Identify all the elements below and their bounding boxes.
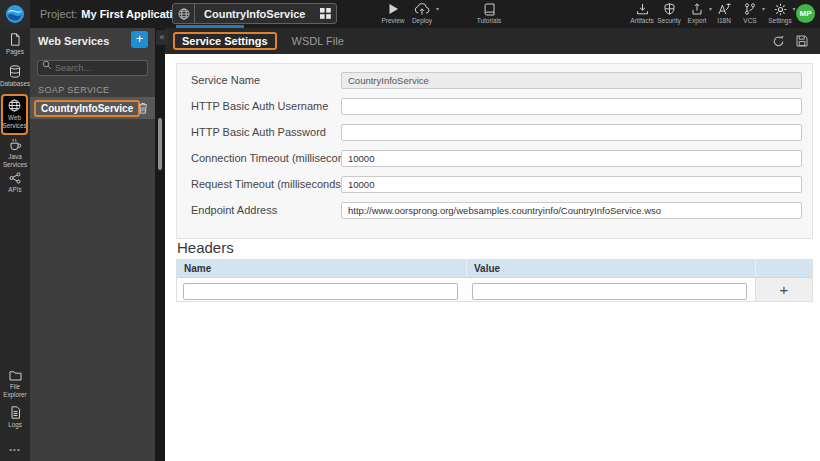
column-header-name: Name bbox=[177, 259, 466, 277]
header-add-cell: + bbox=[755, 278, 812, 301]
save-icon[interactable] bbox=[796, 35, 808, 47]
pages-icon bbox=[9, 33, 21, 46]
add-service-button[interactable]: + bbox=[131, 31, 148, 48]
cloud-upload-icon: ▾ bbox=[414, 2, 430, 16]
panel-divider bbox=[155, 28, 165, 461]
header-value-cell bbox=[466, 278, 755, 301]
wavemaker-logo-icon bbox=[5, 4, 25, 24]
app-window: Project:My First Application › CountryIn… bbox=[0, 0, 820, 461]
tutorials-button[interactable]: Tutorials bbox=[472, 2, 506, 24]
export-arrow-icon: ▾ bbox=[691, 2, 703, 16]
book-icon bbox=[484, 2, 495, 16]
auth-password-field[interactable] bbox=[341, 124, 802, 141]
headers-table: Name Value + bbox=[176, 259, 813, 302]
gear-icon: ▾ bbox=[774, 2, 787, 16]
play-icon bbox=[388, 2, 399, 16]
field-label: Service Name bbox=[191, 72, 260, 89]
grid-icon[interactable] bbox=[314, 4, 336, 23]
refresh-icon[interactable] bbox=[772, 35, 785, 48]
field-label: Connection Timeout (milliseconds) bbox=[191, 150, 359, 167]
column-header-value: Value bbox=[466, 259, 755, 277]
more-menu-icon[interactable]: ••• bbox=[0, 445, 30, 454]
translate-icon bbox=[718, 2, 731, 16]
tabbar-actions bbox=[772, 28, 808, 54]
header-value-input[interactable] bbox=[472, 283, 747, 300]
security-button[interactable]: Security bbox=[653, 2, 685, 24]
main-content: Service Settings WSDL File Service Name … bbox=[165, 28, 820, 461]
service-list-item[interactable]: CountryInfoService bbox=[30, 97, 155, 119]
connection-timeout-field[interactable] bbox=[341, 150, 802, 167]
service-tab[interactable]: CountryInfoService bbox=[172, 3, 337, 24]
export-button[interactable]: ▾ I18N Export bbox=[682, 2, 712, 24]
project-breadcrumb: Project:My First Application bbox=[40, 0, 186, 28]
search-icon bbox=[42, 60, 52, 70]
service-settings-form: Service Name HTTP Basic Auth Username HT… bbox=[176, 63, 813, 239]
sidebar-item-logs[interactable]: Logs bbox=[0, 406, 30, 429]
sidebar-item-file-explorer[interactable]: File Explorer bbox=[0, 370, 30, 399]
tab-wsdl-file[interactable]: WSDL File bbox=[292, 35, 344, 47]
sidebar-item-databases[interactable]: Databases bbox=[0, 65, 30, 88]
shield-icon bbox=[664, 2, 675, 16]
top-bar: Project:My First Application › CountryIn… bbox=[0, 0, 820, 28]
folder-icon bbox=[9, 370, 22, 381]
web-services-panel: Web Services + SOAP SERVICE CountryInfoS… bbox=[30, 28, 155, 461]
soap-service-section-label: SOAP SERVICE bbox=[38, 85, 110, 95]
database-icon bbox=[9, 65, 21, 78]
app-logo[interactable] bbox=[0, 0, 30, 28]
add-header-button[interactable]: + bbox=[780, 282, 789, 297]
delete-service-icon[interactable] bbox=[138, 102, 148, 114]
loading-progress-bar bbox=[176, 25, 244, 28]
form-row-request-timeout: Request Timeout (milliseconds) bbox=[177, 176, 812, 193]
column-header-actions bbox=[755, 259, 812, 277]
chevron-down-icon: ▾ bbox=[436, 6, 439, 12]
form-row-auth-password: HTTP Basic Auth Password bbox=[177, 124, 812, 141]
request-timeout-field[interactable] bbox=[341, 176, 802, 193]
field-label: Request Timeout (milliseconds) bbox=[191, 176, 344, 193]
header-name-input[interactable] bbox=[183, 283, 458, 300]
form-row-connection-timeout: Connection Timeout (milliseconds) bbox=[177, 150, 812, 167]
service-tabbar: Service Settings WSDL File bbox=[165, 28, 820, 54]
field-label: Endpoint Address bbox=[191, 202, 277, 219]
field-label: HTTP Basic Auth Username bbox=[191, 98, 328, 115]
auth-username-field[interactable] bbox=[341, 98, 802, 115]
vcs-button[interactable]: ▾ VCS bbox=[737, 2, 763, 24]
headers-table-header: Name Value bbox=[177, 259, 812, 278]
form-row-endpoint-address: Endpoint Address bbox=[177, 202, 812, 219]
sidebar-item-java-services[interactable]: Java Services bbox=[0, 138, 30, 169]
form-row-service-name: Service Name bbox=[177, 72, 812, 89]
headers-table-row: + bbox=[177, 278, 812, 301]
sidebar-item-apis[interactable]: APIs bbox=[0, 172, 30, 194]
endpoint-address-field[interactable] bbox=[341, 202, 802, 219]
branch-icon: ▾ bbox=[744, 2, 756, 16]
api-nodes-icon bbox=[9, 172, 21, 184]
tab-service-settings[interactable]: Service Settings bbox=[173, 32, 277, 50]
service-search bbox=[37, 57, 148, 73]
header-name-cell bbox=[177, 278, 466, 301]
project-name: My First Application bbox=[81, 8, 186, 20]
headers-section-title: Headers bbox=[177, 239, 234, 256]
sidebar-item-pages[interactable]: Pages bbox=[0, 33, 30, 56]
coffee-cup-icon bbox=[9, 138, 22, 151]
form-row-auth-username: HTTP Basic Auth Username bbox=[177, 98, 812, 115]
settings-button[interactable]: ▾ Settings bbox=[763, 2, 797, 24]
logs-document-icon bbox=[10, 406, 21, 419]
globe-icon bbox=[173, 4, 195, 23]
field-label: HTTP Basic Auth Password bbox=[191, 124, 326, 141]
deploy-button[interactable]: ▾ Deploy bbox=[405, 2, 439, 24]
project-label: Project: bbox=[40, 8, 77, 20]
preview-button[interactable]: Preview bbox=[378, 2, 408, 24]
left-nav-rail: Pages Databases Web Services Java Servic… bbox=[0, 28, 30, 461]
service-name-field bbox=[341, 72, 802, 89]
panel-title: Web Services bbox=[38, 35, 109, 47]
service-name: CountryInfoService bbox=[34, 100, 140, 117]
service-tab-title: CountryInfoService bbox=[195, 4, 314, 23]
search-input[interactable] bbox=[37, 60, 148, 76]
divider-scrollbar[interactable] bbox=[158, 118, 162, 170]
chevron-down-icon: ▾ bbox=[792, 6, 795, 12]
i18n-button[interactable]: I18N bbox=[711, 2, 737, 24]
breadcrumb-chevron-icon: › bbox=[150, 0, 155, 28]
sidebar-item-web-services[interactable]: Web Services bbox=[1, 94, 28, 135]
collapse-panel-button[interactable]: « bbox=[156, 30, 168, 45]
user-avatar[interactable]: MP bbox=[796, 4, 815, 23]
globe-icon bbox=[8, 99, 21, 112]
